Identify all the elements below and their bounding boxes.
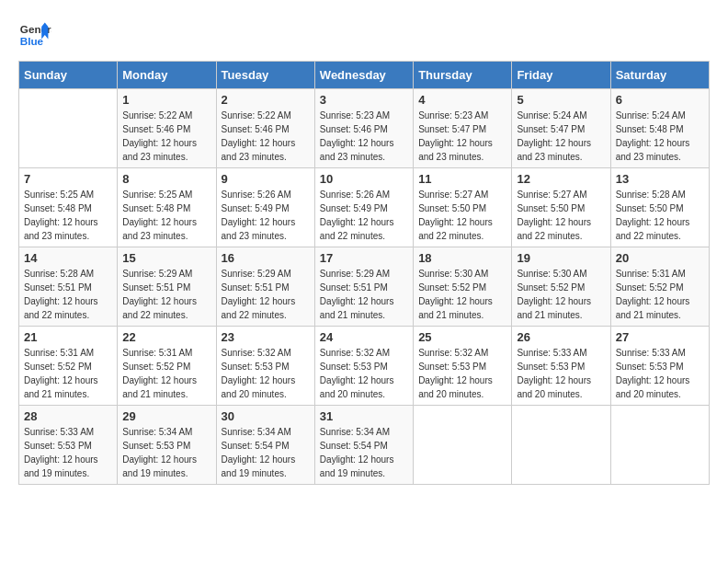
calendar-cell: 16 Sunrise: 5:29 AMSunset: 5:51 PMDaylig… <box>216 247 314 327</box>
day-info: Sunrise: 5:33 AMSunset: 5:53 PMDaylight:… <box>616 346 704 401</box>
day-info: Sunrise: 5:22 AMSunset: 5:46 PMDaylight:… <box>222 109 310 164</box>
day-info: Sunrise: 5:30 AMSunset: 5:52 PMDaylight:… <box>517 267 605 322</box>
day-info: Sunrise: 5:34 AMSunset: 5:53 PMDaylight:… <box>122 425 210 480</box>
day-number: 15 <box>122 251 210 265</box>
day-number: 19 <box>517 251 605 265</box>
calendar-cell: 12 Sunrise: 5:27 AMSunset: 5:50 PMDaylig… <box>512 168 610 247</box>
day-info: Sunrise: 5:34 AMSunset: 5:54 PMDaylight:… <box>222 425 310 480</box>
calendar-cell <box>414 406 512 485</box>
day-number: 13 <box>616 172 704 186</box>
day-info: Sunrise: 5:25 AMSunset: 5:48 PMDaylight:… <box>24 188 112 243</box>
logo-icon: General Blue <box>18 18 51 52</box>
day-info: Sunrise: 5:24 AMSunset: 5:48 PMDaylight:… <box>616 109 704 164</box>
day-number: 24 <box>320 330 408 344</box>
day-info: Sunrise: 5:23 AMSunset: 5:46 PMDaylight:… <box>320 109 408 164</box>
day-info: Sunrise: 5:32 AMSunset: 5:53 PMDaylight:… <box>418 346 506 401</box>
calendar-cell: 1 Sunrise: 5:22 AMSunset: 5:46 PMDayligh… <box>118 89 216 168</box>
col-header-monday: Monday <box>118 62 216 89</box>
logo: General Blue <box>18 18 55 52</box>
calendar-cell: 13 Sunrise: 5:28 AMSunset: 5:50 PMDaylig… <box>610 168 709 247</box>
day-info: Sunrise: 5:31 AMSunset: 5:52 PMDaylight:… <box>122 346 210 401</box>
calendar-cell: 31 Sunrise: 5:34 AMSunset: 5:54 PMDaylig… <box>314 406 413 485</box>
day-info: Sunrise: 5:33 AMSunset: 5:53 PMDaylight:… <box>24 425 112 480</box>
calendar-cell <box>19 89 118 168</box>
calendar-cell: 8 Sunrise: 5:25 AMSunset: 5:48 PMDayligh… <box>118 168 216 247</box>
day-info: Sunrise: 5:31 AMSunset: 5:52 PMDaylight:… <box>616 267 704 322</box>
day-number: 21 <box>24 330 112 344</box>
day-number: 25 <box>418 330 506 344</box>
calendar-cell: 28 Sunrise: 5:33 AMSunset: 5:53 PMDaylig… <box>19 406 118 485</box>
day-number: 8 <box>122 172 210 186</box>
calendar-cell: 18 Sunrise: 5:30 AMSunset: 5:52 PMDaylig… <box>414 247 512 327</box>
day-number: 29 <box>122 409 210 423</box>
calendar-cell: 5 Sunrise: 5:24 AMSunset: 5:47 PMDayligh… <box>512 89 610 168</box>
day-info: Sunrise: 5:32 AMSunset: 5:53 PMDaylight:… <box>222 346 310 401</box>
day-info: Sunrise: 5:25 AMSunset: 5:48 PMDaylight:… <box>122 188 210 243</box>
day-number: 2 <box>222 93 310 107</box>
day-info: Sunrise: 5:33 AMSunset: 5:53 PMDaylight:… <box>517 346 605 401</box>
day-info: Sunrise: 5:22 AMSunset: 5:46 PMDaylight:… <box>122 109 210 164</box>
day-info: Sunrise: 5:31 AMSunset: 5:52 PMDaylight:… <box>24 346 112 401</box>
day-info: Sunrise: 5:26 AMSunset: 5:49 PMDaylight:… <box>222 188 310 243</box>
calendar-cell: 24 Sunrise: 5:32 AMSunset: 5:53 PMDaylig… <box>314 327 413 406</box>
col-header-saturday: Saturday <box>610 62 709 89</box>
day-number: 9 <box>222 172 310 186</box>
week-row-4: 21 Sunrise: 5:31 AMSunset: 5:52 PMDaylig… <box>19 327 710 406</box>
calendar-table: SundayMondayTuesdayWednesdayThursdayFrid… <box>18 61 710 485</box>
calendar-cell <box>512 406 610 485</box>
col-header-tuesday: Tuesday <box>216 62 314 89</box>
day-number: 18 <box>418 251 506 265</box>
day-info: Sunrise: 5:29 AMSunset: 5:51 PMDaylight:… <box>122 267 210 322</box>
calendar-header-row: SundayMondayTuesdayWednesdayThursdayFrid… <box>19 62 710 89</box>
calendar-cell: 26 Sunrise: 5:33 AMSunset: 5:53 PMDaylig… <box>512 327 610 406</box>
calendar-cell: 29 Sunrise: 5:34 AMSunset: 5:53 PMDaylig… <box>118 406 216 485</box>
day-number: 12 <box>517 172 605 186</box>
week-row-1: 1 Sunrise: 5:22 AMSunset: 5:46 PMDayligh… <box>19 89 710 168</box>
calendar-cell: 21 Sunrise: 5:31 AMSunset: 5:52 PMDaylig… <box>19 327 118 406</box>
calendar-cell: 9 Sunrise: 5:26 AMSunset: 5:49 PMDayligh… <box>216 168 314 247</box>
calendar-cell: 4 Sunrise: 5:23 AMSunset: 5:47 PMDayligh… <box>414 89 512 168</box>
day-number: 10 <box>320 172 408 186</box>
day-info: Sunrise: 5:30 AMSunset: 5:52 PMDaylight:… <box>418 267 506 322</box>
day-number: 6 <box>616 93 704 107</box>
calendar-cell: 7 Sunrise: 5:25 AMSunset: 5:48 PMDayligh… <box>19 168 118 247</box>
calendar-cell: 3 Sunrise: 5:23 AMSunset: 5:46 PMDayligh… <box>314 89 413 168</box>
col-header-wednesday: Wednesday <box>314 62 413 89</box>
day-number: 31 <box>320 409 408 423</box>
calendar-cell: 30 Sunrise: 5:34 AMSunset: 5:54 PMDaylig… <box>216 406 314 485</box>
day-info: Sunrise: 5:26 AMSunset: 5:49 PMDaylight:… <box>320 188 408 243</box>
day-info: Sunrise: 5:24 AMSunset: 5:47 PMDaylight:… <box>517 109 605 164</box>
day-number: 1 <box>122 93 210 107</box>
svg-text:Blue: Blue <box>20 35 44 47</box>
week-row-5: 28 Sunrise: 5:33 AMSunset: 5:53 PMDaylig… <box>19 406 710 485</box>
day-info: Sunrise: 5:29 AMSunset: 5:51 PMDaylight:… <box>320 267 408 322</box>
day-number: 27 <box>616 330 704 344</box>
day-info: Sunrise: 5:27 AMSunset: 5:50 PMDaylight:… <box>418 188 506 243</box>
calendar-cell: 22 Sunrise: 5:31 AMSunset: 5:52 PMDaylig… <box>118 327 216 406</box>
calendar-cell: 25 Sunrise: 5:32 AMSunset: 5:53 PMDaylig… <box>414 327 512 406</box>
day-info: Sunrise: 5:27 AMSunset: 5:50 PMDaylight:… <box>517 188 605 243</box>
day-number: 30 <box>222 409 310 423</box>
page-header: General Blue <box>18 18 710 52</box>
day-number: 28 <box>24 409 112 423</box>
calendar-cell: 14 Sunrise: 5:28 AMSunset: 5:51 PMDaylig… <box>19 247 118 327</box>
calendar-cell <box>610 406 709 485</box>
calendar-cell: 20 Sunrise: 5:31 AMSunset: 5:52 PMDaylig… <box>610 247 709 327</box>
day-info: Sunrise: 5:34 AMSunset: 5:54 PMDaylight:… <box>320 425 408 480</box>
day-info: Sunrise: 5:28 AMSunset: 5:51 PMDaylight:… <box>24 267 112 322</box>
calendar-cell: 17 Sunrise: 5:29 AMSunset: 5:51 PMDaylig… <box>314 247 413 327</box>
day-number: 4 <box>418 93 506 107</box>
calendar-cell: 2 Sunrise: 5:22 AMSunset: 5:46 PMDayligh… <box>216 89 314 168</box>
day-number: 16 <box>222 251 310 265</box>
calendar-cell: 19 Sunrise: 5:30 AMSunset: 5:52 PMDaylig… <box>512 247 610 327</box>
col-header-sunday: Sunday <box>19 62 118 89</box>
day-number: 22 <box>122 330 210 344</box>
calendar-cell: 10 Sunrise: 5:26 AMSunset: 5:49 PMDaylig… <box>314 168 413 247</box>
day-info: Sunrise: 5:23 AMSunset: 5:47 PMDaylight:… <box>418 109 506 164</box>
day-info: Sunrise: 5:29 AMSunset: 5:51 PMDaylight:… <box>222 267 310 322</box>
day-number: 3 <box>320 93 408 107</box>
day-number: 20 <box>616 251 704 265</box>
day-number: 14 <box>24 251 112 265</box>
day-info: Sunrise: 5:28 AMSunset: 5:50 PMDaylight:… <box>616 188 704 243</box>
calendar-cell: 15 Sunrise: 5:29 AMSunset: 5:51 PMDaylig… <box>118 247 216 327</box>
